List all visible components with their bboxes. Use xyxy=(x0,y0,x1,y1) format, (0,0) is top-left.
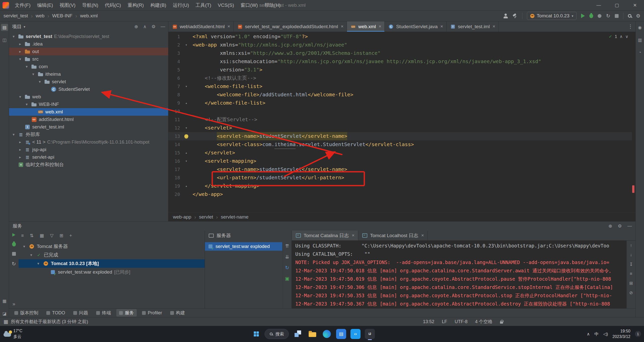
coverage-button[interactable] xyxy=(598,14,601,18)
code-line[interactable]: 18 <url-pattern>/studentServlet</url-pat… xyxy=(168,174,632,182)
tree-chevron-icon[interactable]: ▸ xyxy=(18,49,23,54)
file-encoding[interactable]: UTF-8 xyxy=(455,319,468,324)
taskbar-app-file-explorer[interactable] xyxy=(307,329,317,339)
line-ending[interactable]: LF xyxy=(442,319,447,324)
project-tree-row[interactable]: ▸servlet-api xyxy=(9,153,168,161)
scroll-up-icon[interactable]: ↑ xyxy=(630,243,632,248)
breadcrumb-item[interactable]: web xyxy=(36,13,45,19)
expand-collapse-icon[interactable]: ⇅ xyxy=(30,233,34,238)
editor-tab[interactable]: web\addStudent.html× xyxy=(168,21,234,32)
minimize-button[interactable]: — xyxy=(590,0,608,11)
deployment-selected-row[interactable]: servlet_test:war exploded xyxy=(205,242,282,251)
clock-widget[interactable]: 19:50 2023/3/12 xyxy=(613,328,630,339)
fold-open-icon[interactable]: ▾ xyxy=(185,124,187,132)
panel-settings-icon[interactable]: ⚙ xyxy=(152,24,156,29)
project-tree-row[interactable]: ▸< 11 > C:\Program Files\Microsoft\jdk-1… xyxy=(9,138,168,146)
build-hammer-icon[interactable] xyxy=(513,13,518,18)
code-line[interactable]: 16▾ <servlet-mapping> xyxy=(168,157,632,165)
volume-icon[interactable]: ◁) xyxy=(603,331,608,337)
fold-close-icon[interactable]: ▴ xyxy=(185,99,187,107)
gradle-tool-button[interactable]: ◔ xyxy=(636,49,643,56)
fold-open-icon[interactable]: ▾ xyxy=(185,41,187,49)
menu-item[interactable]: 运行(U) xyxy=(169,0,192,11)
project-tree-row[interactable]: addStudent.html xyxy=(9,116,168,123)
tab-close-icon[interactable]: × xyxy=(440,24,443,29)
project-tree-row[interactable]: ▾web xyxy=(9,93,168,101)
tab-close-icon[interactable]: × xyxy=(492,24,495,29)
code-line[interactable]: 19▴ </servlet-mapping> xyxy=(168,182,632,190)
group-by-icon[interactable]: ≡ xyxy=(21,233,24,238)
menu-item[interactable]: 工具(T) xyxy=(192,0,214,11)
tree-chevron-icon[interactable]: ▸ xyxy=(18,42,23,46)
code-line[interactable]: 12▾ <servlet> xyxy=(168,124,632,132)
tool-window-button[interactable]: 构建 xyxy=(167,309,188,317)
code-line[interactable]: 13 <servlet-name>studentServlet</servlet… xyxy=(168,132,632,140)
project-tree-row[interactable]: ▾itheima xyxy=(9,70,168,78)
code-line[interactable]: 10 xyxy=(168,107,632,115)
menu-item[interactable]: 构建(B) xyxy=(147,0,169,11)
service-debug-icon[interactable] xyxy=(12,242,16,246)
maximize-button[interactable]: ▢ xyxy=(608,0,626,11)
taskbar-app-vscode[interactable] xyxy=(350,329,361,339)
project-tree-row[interactable]: ▾servlet xyxy=(9,78,168,86)
debug-button[interactable] xyxy=(589,14,593,18)
project-tree-row[interactable]: 临时文件和控制台 xyxy=(9,161,168,168)
taskbar-app-idea[interactable] xyxy=(365,329,375,339)
view-options-icon[interactable]: ▦ xyxy=(40,233,44,238)
notification-badge[interactable]: 1 xyxy=(635,331,641,337)
clear-console-icon[interactable]: ⊘ xyxy=(629,290,633,295)
service-run-icon[interactable] xyxy=(12,233,15,237)
deploy-up-icon[interactable]: ⇈ xyxy=(285,243,289,249)
tree-chevron-icon[interactable]: ▾ xyxy=(18,95,23,99)
code-line[interactable]: 5 version="3.1"> xyxy=(168,66,632,74)
log-tab[interactable]: Tomcat Localhost 日志× xyxy=(358,231,428,240)
run-button[interactable] xyxy=(581,14,585,18)
project-panel-title[interactable]: 项目 xyxy=(12,23,22,30)
filter-icon[interactable]: ▽ xyxy=(50,233,54,238)
tool-window-button[interactable]: Profiler xyxy=(139,310,165,316)
code-line[interactable]: 1<?xml version="1.0" encoding="UTF-8"?> xyxy=(168,32,632,41)
project-tree-row[interactable]: ▾com xyxy=(9,63,168,70)
tree-chevron-icon[interactable]: ▾ xyxy=(37,79,42,84)
redeploy-icon[interactable]: ↻ xyxy=(285,265,289,271)
tab-close-icon[interactable]: × xyxy=(379,24,381,29)
menu-item[interactable]: 导航(N) xyxy=(79,0,101,11)
float-mode-icon[interactable]: ⊕ xyxy=(609,223,612,229)
code-line[interactable]: 6 <!--修改默认主页--> xyxy=(168,74,632,82)
fold-open-icon[interactable]: ▾ xyxy=(185,82,187,91)
code-line[interactable]: 2▾<web-app xmlns="http://xmlns.jcp.org/x… xyxy=(168,41,632,49)
project-tree-row[interactable]: StudentServlet xyxy=(9,86,168,93)
indent-style[interactable]: 4 个空格 xyxy=(475,319,492,325)
menu-item[interactable]: VCS(S) xyxy=(214,0,237,11)
menu-item[interactable]: 编辑(E) xyxy=(34,0,56,11)
database-tool-button[interactable]: ▥ xyxy=(636,36,643,44)
tab-close-icon[interactable]: × xyxy=(341,24,344,29)
tree-chevron-icon[interactable]: ▾ xyxy=(11,132,16,137)
notifications-icon[interactable]: ◉ xyxy=(636,24,643,31)
menu-item[interactable]: 重构(R) xyxy=(124,0,147,11)
project-tree-row[interactable]: ▾servlet_test E:\IdeaProjects\servlet_te… xyxy=(9,33,168,40)
caret-position[interactable]: 13:52 xyxy=(423,319,434,324)
add-service-icon[interactable]: + xyxy=(69,233,72,238)
services-tree-row[interactable]: servlet_test:war exploded [已同步] xyxy=(19,268,205,276)
project-tree-row[interactable]: web.xml xyxy=(9,108,168,116)
editor-tab[interactable]: servlet_test.iml× xyxy=(447,21,499,32)
layout-icon[interactable]: ▦ xyxy=(4,319,8,324)
read-only-lock-icon[interactable] xyxy=(500,321,503,324)
next-problem-icon[interactable]: ∨ xyxy=(625,34,628,39)
code-line[interactable]: 7▾ <welcome-file-list> xyxy=(168,82,632,91)
editor-tab[interactable]: servlet_test_war_exploded\addStudent.htm… xyxy=(234,21,347,32)
run-configuration-select[interactable]: Tomcat 10.0.23 ▾ xyxy=(527,12,577,20)
fold-open-icon[interactable]: ▾ xyxy=(185,157,187,165)
hide-panel-icon[interactable]: — xyxy=(627,223,632,229)
print-icon[interactable]: ⊞ xyxy=(629,281,633,286)
project-tree-row[interactable]: ▸jsp-api xyxy=(9,146,168,153)
project-tree-row[interactable]: ▾外部库 xyxy=(9,131,168,138)
locate-file-icon[interactable]: ⊕ xyxy=(134,24,138,29)
search-everywhere-icon[interactable] xyxy=(628,14,631,18)
fold-close-icon[interactable]: ▴ xyxy=(185,149,187,157)
code-line[interactable]: 4 xsi:schemaLocation="http://xmlns.jcp.o… xyxy=(168,57,632,66)
tree-chevron-icon[interactable]: ▸ xyxy=(18,147,23,152)
panel-settings-icon[interactable]: ⚙ xyxy=(618,223,622,229)
log-tab[interactable]: Tomcat Catalina 日志× xyxy=(292,231,358,240)
